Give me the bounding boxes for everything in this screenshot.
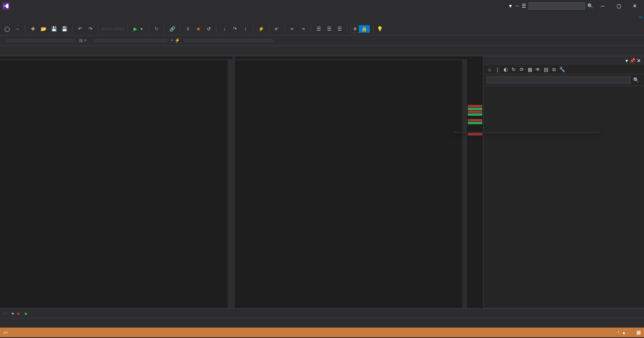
close-button[interactable]: ✕ [628,1,642,11]
zoom-combo[interactable] [2,313,8,314]
browser-link-icon[interactable]: 🔗 [168,25,177,33]
step-out-icon[interactable]: ↑ [241,25,250,33]
solution-tree[interactable] [484,86,644,308]
statusbar: ▭ ↑ ▴ ▦ [0,328,644,337]
vs-logo-icon [2,2,10,10]
sync-icon[interactable]: ↻ [510,67,517,72]
save-icon[interactable]: 💾 [49,25,58,33]
right-editor-header [235,56,467,60]
left-gutter [0,60,6,308]
redo-icon[interactable]: ↷ [86,25,95,33]
build-scope-toggle[interactable]: ≡🔒 [351,25,370,33]
view-class-icon[interactable]: ⧉ [550,67,558,72]
add-source-control[interactable]: ↑ ▴ [617,330,625,335]
app-insights-dropdown[interactable] [385,28,391,30]
legend-deleted [17,311,21,316]
new-icon[interactable]: ✚ [29,25,37,33]
main-toolbar: ◯ → ✚ 📂 💾 💾 ↶ ↷ ▶ ▾ ↻ 🔗 ⏸ ■ ↺ ↓ ↷ ↑ ⚡ aꜜ… [0,23,644,35]
status-icon: ▭ [3,330,8,335]
diff-legend-bar: ◂ [0,308,644,318]
solution-explorer-title: ▾ 📌 ✕ [484,56,644,65]
debug-toolbar: ▦ ▾ ▾ ⚡ [0,35,644,46]
search-icon[interactable]: 🔍 [631,76,642,84]
context-menu [454,132,600,133]
stop-icon[interactable]: ■ [194,25,203,33]
preview-icon[interactable]: 👁 [534,67,541,72]
collapse-icon[interactable]: ◐ [502,67,509,72]
bottom-tool-tabs [0,318,644,328]
insights-icon: 💡 [377,26,383,32]
open-icon[interactable]: 📂 [39,25,48,33]
menubar [0,12,644,23]
comment-icon[interactable]: ☰ [314,25,323,33]
user-name[interactable] [630,16,637,19]
minimap[interactable] [467,56,483,308]
platform-combo[interactable] [114,28,124,30]
solution-toolbar: ⌂| ◐ ↻ ⟳ ▦ 👁 ▤ ⧉ 🔧 [484,65,644,74]
pause-icon[interactable]: ⏸ [183,25,192,33]
left-code[interactable] [6,60,228,308]
main-area: ▾ 📌 ✕ ⌂| ◐ ↻ ⟳ ▦ 👁 ▤ ⧉ 🔧 🔍 [0,56,644,308]
indent-icon[interactable]: aꜜ [272,25,281,33]
maximize-button[interactable]: ▢ [612,1,625,11]
right-code[interactable] [241,60,463,308]
indent2-icon[interactable]: ⇥ [298,25,307,33]
outdent-icon[interactable]: ⇤ [288,25,297,33]
titlebar: ▼ ☰ 🔍 ─ ▢ ✕ [0,0,644,12]
user-avatar[interactable] [639,16,642,18]
step-over-icon[interactable]: ↷ [230,25,239,33]
step-into-icon[interactable]: ↓ [220,25,229,33]
search-icon[interactable]: 🔍 [587,3,593,9]
show-all-icon[interactable]: ▦ [526,67,533,72]
solution-explorer: ▾ 📌 ✕ ⌂| ◐ ↻ ⟳ ▦ 👁 ▤ ⧉ 🔧 🔍 [483,56,644,308]
quick-launch-input[interactable] [529,2,585,10]
stackframe-label: ▾ ⚡ [171,38,180,43]
notification-badge[interactable] [515,6,519,6]
status-grip-icon: ▦ [636,330,641,335]
left-editor-header [0,56,232,60]
home-icon[interactable]: ⌂ [486,67,493,72]
config-combo[interactable] [102,28,112,30]
uncomment-icon[interactable]: ☰ [325,25,333,33]
undo-icon[interactable]: ↶ [76,25,84,33]
pin-icon[interactable]: 📌 [630,58,636,64]
nav-back-icon[interactable]: ◯ [2,25,11,33]
flag-icon[interactable]: ▼ [508,3,513,9]
legend-added [25,311,29,316]
dropdown-icon[interactable]: ▾ [625,58,628,64]
wrench-icon[interactable]: 🔧 [558,67,566,72]
right-gutter [235,60,241,308]
restart-icon[interactable]: ↺ [204,25,213,33]
thread-combo[interactable] [95,39,167,42]
refresh-icon[interactable]: ↻ [152,25,161,33]
saveall-icon[interactable]: 💾 [60,25,69,33]
nav-fwd-icon[interactable]: → [13,25,22,33]
lifecycle-combo[interactable]: ▦ ▾ [79,38,86,43]
right-editor [235,56,467,308]
feedback-icon[interactable]: ☰ [522,3,526,9]
properties-icon[interactable]: ▤ [542,67,549,72]
close-panel-icon[interactable]: ✕ [637,58,641,64]
stackframe-combo[interactable] [184,39,273,42]
solution-search-input[interactable] [486,76,631,84]
hex-icon[interactable]: ⚡ [257,25,265,33]
refresh-tree-icon[interactable]: ⟳ [518,67,525,72]
left-editor [0,56,232,308]
minimize-button[interactable]: ─ [596,1,609,11]
process-combo[interactable] [6,39,75,42]
scroll-left-icon[interactable]: ◂ [11,311,14,316]
side-panel-tabs [484,308,644,308]
bookmark-icon[interactable]: ☰ [335,25,344,33]
solution-search: 🔍 [484,74,644,86]
continue-button[interactable]: ▶ ▾ [131,25,145,33]
document-tabs [0,46,644,56]
